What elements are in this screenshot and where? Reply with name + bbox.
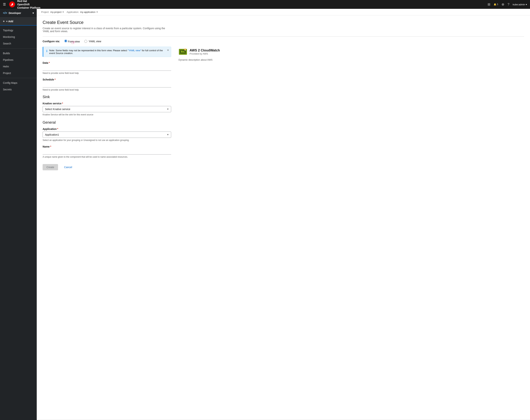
yaml-view-radio[interactable]: YAML view [84, 40, 101, 43]
redhat-logo-icon [9, 1, 15, 8]
sidebar-item-project[interactable]: Project [0, 70, 37, 76]
aws-cloudwatch-icon: ⌚ [178, 47, 187, 56]
grid-icon[interactable]: ⊞ [487, 2, 490, 6]
svg-text:⌚: ⌚ [184, 49, 186, 51]
knative-service-label: Knative service * [43, 102, 171, 105]
name-required: * [50, 145, 51, 148]
info-alert-text: Note: Some fields may not be represented… [49, 49, 168, 55]
breadcrumb-project-value: my-project [50, 11, 61, 14]
info-alert: ℹ Note: Some fields may not be represent… [43, 47, 171, 57]
form-view-radio[interactable]: Form view ☞ [64, 40, 80, 43]
name-help: A unique name given to the component tha… [43, 156, 171, 158]
alert-close-button[interactable]: ✕ [167, 49, 169, 52]
info-alert-icon: ℹ [46, 49, 47, 53]
name-form-group: Name * A unique name given to the compon… [43, 145, 171, 158]
name-input[interactable] [43, 149, 171, 154]
page-container: Create Event Source Create an event sour… [37, 15, 530, 419]
alert-text-before: Note: Some fields may not be represented… [49, 49, 128, 52]
sidebar-item-label: Helm [3, 65, 9, 68]
sidebar-item-label: Secrets [3, 88, 12, 91]
sidebar-item-label: Topology [3, 29, 13, 32]
sidebar-item-label: Config Maps [3, 81, 17, 84]
form-area: ℹ Note: Some fields may not be represent… [43, 47, 171, 176]
svg-rect-4 [181, 51, 182, 53]
info-card-header: ⌚ AWS 2 CloudWatch Provided by AWS [178, 47, 226, 56]
breadcrumb-project-label: Project: [41, 11, 49, 14]
info-card-provider: Provided by AWS [190, 52, 220, 55]
data-field-help: Need to provide some field level help [43, 72, 171, 75]
schedule-input[interactable] [43, 82, 171, 88]
page-title: Create Event Source [43, 20, 524, 25]
knative-service-required: * [62, 102, 63, 105]
sidebar-item-helm[interactable]: Helm [0, 63, 37, 70]
general-section-title: General [43, 120, 171, 125]
context-label: Developer [9, 12, 21, 15]
sidebar-item-label: Builds [3, 52, 10, 55]
info-card: ⌚ AWS 2 CloudWatch Provided by AWS Dynam… [178, 47, 226, 61]
application-dropdown-icon[interactable]: ▾ [97, 11, 98, 13]
breadcrumb-application-label: Application: [67, 11, 79, 14]
project-dropdown-icon[interactable]: ▾ [63, 11, 64, 13]
knative-service-select[interactable]: Select Knative service [43, 106, 171, 112]
sidebar-nav: Topology Monitoring Search Builds Pipeli… [0, 26, 37, 94]
sidebar-item-pipelines[interactable]: Pipelines [0, 57, 37, 63]
data-input[interactable] [43, 65, 171, 71]
application-form-group: Application * Application1 ▼ Select an a… [43, 128, 171, 141]
sidebar-item-monitoring[interactable]: Monitoring [0, 34, 37, 40]
form-view-label: Form view [68, 40, 80, 43]
sidebar-item-search[interactable]: Search [0, 40, 37, 47]
app-title: Red Hat OpenShift Container Platform [17, 0, 40, 9]
yaml-view-radio-input[interactable] [84, 40, 87, 43]
sidebar-item-builds[interactable]: Builds [0, 50, 37, 57]
button-row: Create Cancel [43, 164, 171, 176]
yaml-view-label: YAML view [89, 40, 101, 43]
main-content: Project: my-project ▾ Application: my-ap… [37, 9, 530, 420]
schedule-form-group: Schedule * Need to provide some field le… [43, 78, 171, 91]
data-form-group: Data * Need to provide some field level … [43, 61, 171, 75]
add-label: + Add [6, 20, 13, 23]
application-select[interactable]: Application1 [43, 132, 171, 138]
help-icon[interactable]: ? [508, 2, 509, 6]
sidebar-item-label: Project [3, 72, 11, 75]
schedule-field-help: Need to provide some field level help [43, 89, 171, 91]
notification-bell[interactable]: 🔔 5 [494, 3, 498, 6]
breadcrumb-project[interactable]: Project: my-project ▾ [41, 11, 64, 14]
schedule-field-label: Schedule * [43, 78, 171, 81]
sink-section: Sink Knative service * Select Knative se… [43, 95, 171, 116]
schedule-required-indicator: * [55, 78, 56, 81]
top-navigation: ☰ Red Hat OpenShift Container Platform ⊞… [0, 0, 530, 9]
general-section: General Application * Application1 ▼ [43, 120, 171, 158]
knative-service-help: Knative Service will be the sink for thi… [43, 113, 171, 116]
data-required-indicator: * [49, 61, 50, 64]
sidebar-item-config-maps[interactable]: Config Maps [0, 80, 37, 86]
form-view-radio-input[interactable] [64, 40, 67, 43]
breadcrumb-application[interactable]: Application: my-application ▾ [67, 11, 98, 14]
name-field-label: Name * [43, 145, 171, 148]
knative-service-label-text: Knative service [43, 102, 61, 105]
app-logo: Red Hat OpenShift Container Platform [9, 0, 40, 9]
svg-rect-5 [183, 51, 184, 53]
add-plus-icon: + [3, 20, 5, 23]
svg-rect-6 [184, 51, 185, 53]
sidebar-item-secrets[interactable]: Secrets [0, 86, 37, 93]
user-menu[interactable]: kube:admin ▾ [513, 3, 527, 6]
context-dropdown-icon: ▾ [32, 12, 34, 15]
hamburger-menu[interactable]: ☰ [3, 2, 6, 6]
configure-via-section: Configure via: Form view ☞ YAML view [43, 40, 524, 43]
knative-service-select-wrapper: Select Knative service ▼ [43, 106, 171, 112]
application-help: Select an application for your grouping … [43, 139, 171, 141]
alert-yaml-link[interactable]: "YAML view" [128, 49, 141, 52]
sidebar-item-label: Pipelines [3, 59, 14, 61]
sidebar-add-button[interactable]: + + Add [0, 17, 37, 26]
info-card-title: AWS 2 CloudWatch [190, 48, 220, 52]
cancel-button[interactable]: Cancel [60, 164, 76, 170]
application-field-label: Application * [43, 128, 171, 130]
topnav-right: ⊞ 🔔 5 ⊕ ? kube:admin ▾ [487, 2, 527, 6]
sink-section-title: Sink [43, 95, 171, 99]
sidebar-context[interactable]: </> Developer ▾ [0, 9, 37, 17]
breadcrumb-bar: Project: my-project ▾ Application: my-ap… [37, 9, 530, 15]
sidebar-item-topology[interactable]: Topology [0, 27, 37, 34]
create-button[interactable]: Create [43, 164, 58, 170]
add-icon[interactable]: ⊕ [501, 2, 504, 6]
form-sidebar-layout: ℹ Note: Some fields may not be represent… [43, 47, 524, 176]
